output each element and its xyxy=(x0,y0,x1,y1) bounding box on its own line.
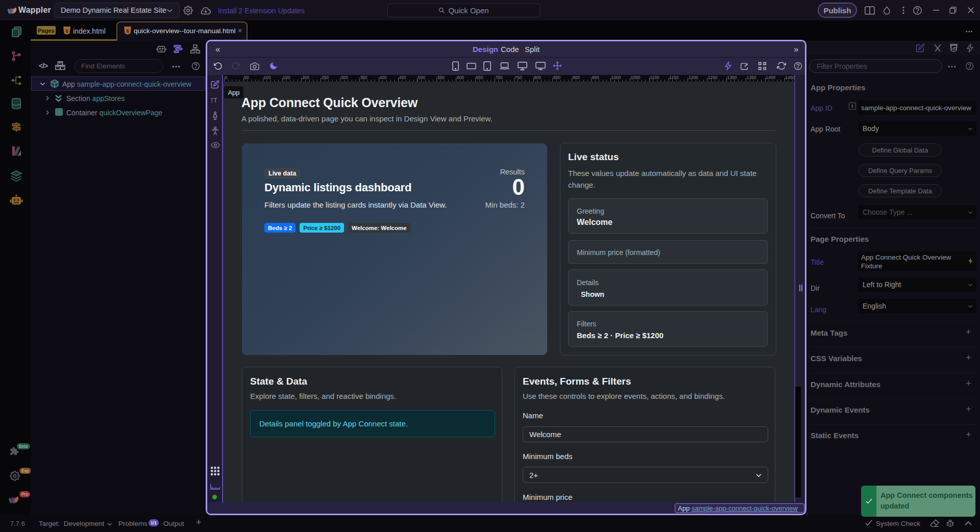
svg-text:5: 5 xyxy=(126,29,129,34)
svg-text:5: 5 xyxy=(65,29,68,34)
